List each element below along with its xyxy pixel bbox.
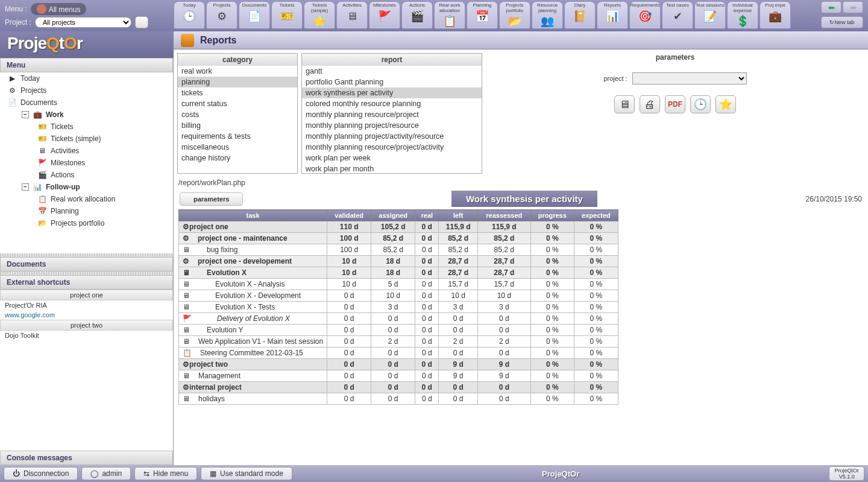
tree-icon: ⚙ (7, 86, 17, 95)
disconnect-button[interactable]: ⏻Disconnection (4, 467, 78, 480)
tree-expander-icon[interactable]: − (22, 183, 29, 191)
tree-label: Tickets (51, 122, 74, 131)
cell-progress: 0 % (530, 290, 574, 302)
toolbar-planning[interactable]: Planning📅 (467, 1, 498, 29)
sidebar: ProjeQtOr Menu ▶Today⚙Projects📄Documents… (0, 31, 174, 465)
toolbar-actions[interactable]: Actions🎬 (401, 1, 433, 29)
param-project-select[interactable] (632, 72, 747, 84)
report-item[interactable]: monthly planning resource/project (302, 109, 482, 120)
tree-item[interactable]: −💼Work (0, 109, 173, 121)
cell-progress: 0 % (530, 370, 574, 382)
toolbar-milestones[interactable]: Milestones🚩 (369, 1, 400, 29)
tree-item[interactable]: 🖥Activities (0, 145, 173, 157)
cell-progress: 0 % (530, 347, 574, 359)
tree-item[interactable]: 🎬Actions (0, 169, 173, 181)
report-item[interactable]: work plan per month (302, 163, 482, 174)
sidebar-documents-header[interactable]: Documents (0, 257, 173, 271)
category-item[interactable]: planning (178, 77, 297, 87)
cell-left: 9 d (439, 359, 478, 370)
sidebar-console-header[interactable]: Console messages (0, 451, 173, 465)
category-item[interactable]: current status (178, 98, 297, 109)
menu-selector[interactable]: All menus (31, 3, 87, 15)
content: Reports category real workplanningticket… (174, 31, 868, 465)
cell-progress: 0 % (530, 325, 574, 336)
toolbar-diary[interactable]: Diary📔 (564, 1, 596, 29)
toolbar-requirements[interactable]: Requirements🎯 (629, 1, 661, 29)
category-item[interactable]: tickets (178, 87, 297, 98)
cell-assigned: 3 d (371, 302, 415, 313)
view-button[interactable]: 🖥 (614, 95, 635, 113)
cell-progress: 0 % (530, 302, 574, 313)
sidebar-shortcuts-header[interactable]: External shortcuts (0, 275, 173, 290)
tree-item[interactable]: 📂Projects portfolio (0, 217, 173, 229)
user-button[interactable]: ◯admin (81, 467, 131, 480)
project-selector[interactable]: All projects (35, 17, 131, 28)
toolbar-today[interactable]: Today🕒 (174, 1, 205, 29)
hide-menu-button[interactable]: ⇆Hide menu (134, 467, 197, 480)
cell-expected: 0 % (574, 233, 618, 244)
category-listbox[interactable]: category real workplanningticketscurrent… (177, 53, 298, 174)
cell-task: 🖥Evolution X (179, 267, 327, 279)
print-button[interactable]: 🖨 (640, 95, 660, 113)
report-item[interactable]: portfolio Gantt planning (302, 77, 482, 87)
cell-left: 2 d (439, 336, 478, 347)
category-item[interactable]: costs (178, 109, 297, 120)
tree-item[interactable]: ▶Today (0, 72, 173, 84)
category-item[interactable]: real work (178, 66, 297, 77)
cell-reassessed: 10 d (477, 290, 530, 302)
toolbar-activities[interactable]: Activities🖥 (336, 1, 368, 29)
tree-item[interactable]: −📊Follow-up (0, 181, 173, 193)
shortcut-link[interactable]: www.google.com (0, 310, 173, 320)
tree-item[interactable]: 🚩Milestones (0, 157, 173, 169)
std-mode-button[interactable]: ▦Use standard mode (201, 467, 292, 480)
row-type-icon: 🖥 (183, 246, 190, 254)
new-tab-button[interactable]: ↻ New tab (821, 16, 863, 28)
report-item[interactable]: monthly planning project/resource (302, 120, 482, 131)
toolbar-icon: 💲 (735, 14, 750, 28)
cell-task: 🖥Evolutoin X - Analysis (179, 279, 327, 290)
toolbar-proj-expe[interactable]: Proj expe💼 (760, 1, 791, 29)
today-button[interactable]: 🕒 (690, 95, 711, 113)
shortcut-link[interactable]: Project'Or RIA (0, 300, 173, 310)
tree-item[interactable]: 📄Documents (0, 97, 173, 109)
tree-expander-icon[interactable]: − (22, 111, 29, 118)
parameters-toggle-button[interactable]: parameters (180, 192, 243, 206)
tree-item[interactable]: 🎫Tickets (simple) (0, 133, 173, 145)
toolbar-projects[interactable]: Projects⚙ (206, 1, 237, 29)
tree-item[interactable]: 🎫Tickets (0, 121, 173, 133)
toolbar-test-cases[interactable]: Test cases✔ (662, 1, 693, 29)
report-item[interactable]: work plan per week (302, 153, 482, 163)
report-item[interactable]: monthly planning resource/project/activi… (302, 142, 482, 153)
cell-task: 🖥Web Application V1 - Main test session (179, 336, 327, 347)
category-item[interactable]: billing (178, 120, 297, 131)
category-item[interactable]: miscellaneous (178, 142, 297, 153)
edit-project-icon[interactable]: ✎ (135, 16, 148, 28)
pdf-button[interactable]: PDF (665, 95, 685, 113)
toolbar-individual-expense[interactable]: Individual expense💲 (727, 1, 758, 29)
shortcut-link[interactable]: Dojo Toolkit (0, 331, 173, 340)
tree-item[interactable]: 📋Real work allocation (0, 193, 173, 205)
toolbar-documents[interactable]: Documents📄 (239, 1, 270, 29)
report-item[interactable]: monthly planning project/activity/resour… (302, 131, 482, 142)
row-type-icon: ⚙ (183, 360, 189, 369)
report-item[interactable]: gantt (302, 66, 482, 77)
tree-item[interactable]: ⚙Projects (0, 84, 173, 97)
toolbar-icon: 🎫 (280, 9, 294, 24)
category-item[interactable]: requirements & tests (178, 131, 297, 142)
nav-fwd-icon[interactable]: ➡ (843, 1, 863, 13)
report-listbox[interactable]: report ganttportfolio Gantt planningwork… (301, 53, 482, 174)
report-item[interactable]: colored monthly resource planning (302, 98, 482, 109)
tree-item[interactable]: 📅Planning (0, 205, 173, 217)
toolbar-resource-planning[interactable]: Resource planning👥 (532, 1, 563, 29)
favorite-button[interactable]: ⭐ (715, 95, 736, 113)
nav-back-icon[interactable]: ⬅ (821, 1, 841, 13)
category-item[interactable]: change history (178, 153, 297, 163)
report-item[interactable]: work synthesis per activity (302, 87, 482, 98)
toolbar-test-sessions[interactable]: Test sessions📝 (694, 1, 726, 29)
toolbar-real-work-allocation[interactable]: Real work allocation📋 (434, 1, 465, 29)
toolbar-reports[interactable]: Reports📊 (597, 1, 628, 29)
toolbar-tickets[interactable]: Tickets🎫 (271, 1, 303, 29)
toolbar-projects-portfolio[interactable]: Projects portfolio📂 (499, 1, 530, 29)
toolbar-tickets-simple-[interactable]: Tickets (simple)⭐ (304, 1, 335, 29)
tree-icon: 🎫 (37, 122, 47, 131)
